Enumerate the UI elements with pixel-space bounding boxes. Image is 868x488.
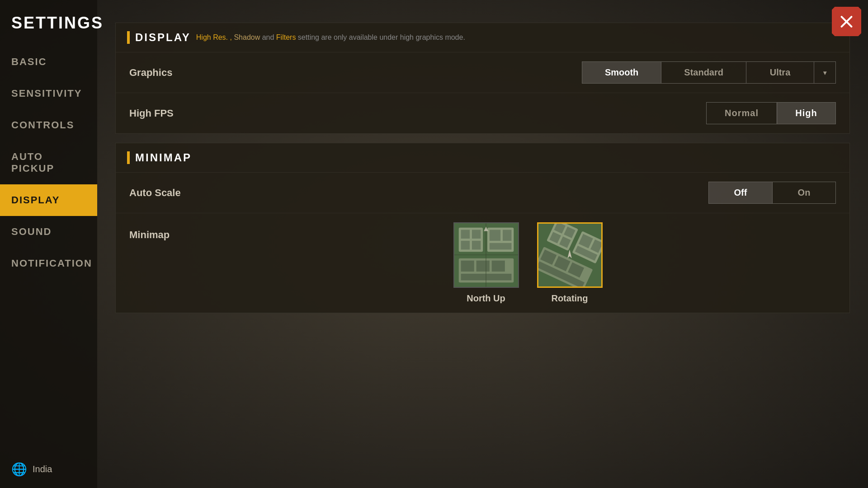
graphics-standard-button[interactable]: Standard (661, 62, 746, 83)
graphics-label: Graphics (129, 67, 582, 79)
subtitle-and: and (262, 33, 276, 41)
region-selector[interactable]: 🌐 India (0, 450, 97, 488)
minimap-section-accent (127, 151, 130, 164)
sidebar-item-sensitivity[interactable]: SENSITIVITY (0, 78, 97, 109)
subtitle-suffix: setting are only available under high gr… (298, 33, 465, 41)
minimap-section: MINIMAP Auto Scale Off On Minimap (115, 143, 850, 313)
graphics-smooth-button[interactable]: Smooth (582, 62, 661, 83)
svg-rect-7 (489, 230, 500, 241)
minimap-section-title: MINIMAP (135, 151, 192, 164)
svg-rect-3 (472, 230, 480, 239)
auto-scale-toggle-group: Off On (708, 182, 836, 204)
sidebar-item-display[interactable]: DISPLAY (0, 184, 97, 216)
graphics-row: Graphics Smooth Standard Ultra ▾ (116, 52, 849, 93)
sidebar: SETTINGS BASIC SENSITIVITY CONTROLS AUTO… (0, 0, 97, 488)
region-label: India (33, 464, 52, 474)
north-up-map-svg (454, 223, 518, 287)
subtitle-filters: Filters (276, 33, 296, 41)
close-button[interactable] (832, 7, 861, 36)
sidebar-item-sound[interactable]: SOUND (0, 216, 97, 248)
main-content: DISPLAY High Res. , Shadow and Filters s… (97, 0, 868, 488)
high-fps-row: High FPS Normal High (116, 93, 849, 133)
minimap-type-row: Minimap (116, 213, 849, 313)
high-fps-label: High FPS (129, 108, 706, 119)
graphics-dropdown-button[interactable]: ▾ (814, 62, 835, 83)
rotating-map-svg (538, 224, 601, 286)
section-accent (127, 31, 130, 44)
fps-normal-button[interactable]: Normal (707, 103, 777, 124)
sidebar-item-auto-pickup[interactable]: AUTO PICKUP (0, 141, 97, 184)
globe-icon: 🌐 (11, 462, 27, 477)
auto-scale-label: Auto Scale (129, 187, 708, 199)
minimap-rotating-option[interactable]: Rotating (537, 222, 603, 304)
svg-rect-12 (476, 261, 489, 272)
svg-rect-4 (461, 241, 469, 249)
minimap-section-header: MINIMAP (116, 143, 849, 173)
minimap-north-up-thumbnail (453, 222, 519, 288)
sidebar-nav: BASIC SENSITIVITY CONTROLS AUTO PICKUP D… (0, 46, 97, 279)
subtitle-high-res: High Res. , (196, 33, 232, 41)
svg-rect-13 (491, 261, 505, 272)
svg-rect-2 (461, 230, 469, 239)
sidebar-item-basic[interactable]: BASIC (0, 46, 97, 78)
north-up-label: North Up (467, 293, 505, 304)
minimap-type-label: Minimap (129, 222, 220, 241)
fps-high-button[interactable]: High (777, 103, 835, 124)
page-title: SETTINGS (0, 5, 97, 46)
svg-rect-5 (472, 241, 480, 249)
chevron-down-icon: ▾ (823, 69, 826, 76)
graphics-toggle-group: Smooth Standard Ultra ▾ (582, 61, 836, 84)
minimap-rotating-thumbnail (537, 222, 603, 288)
display-section: DISPLAY High Res. , Shadow and Filters s… (115, 23, 850, 134)
sidebar-item-controls[interactable]: CONTROLS (0, 109, 97, 141)
auto-scale-off-button[interactable]: Off (709, 182, 772, 203)
svg-rect-8 (502, 230, 511, 241)
svg-rect-11 (461, 261, 474, 272)
minimap-north-up-option[interactable]: North Up (453, 222, 519, 304)
subtitle-shadow: Shadow (234, 33, 260, 41)
graphics-ultra-button[interactable]: Ultra (746, 62, 814, 83)
auto-scale-row: Auto Scale Off On (116, 173, 849, 213)
auto-scale-on-button[interactable]: On (772, 182, 835, 203)
minimap-options: North Up (220, 222, 836, 304)
display-section-subtitle: High Res. , Shadow and Filters setting a… (196, 33, 465, 42)
rotating-label: Rotating (551, 293, 588, 304)
svg-rect-9 (489, 243, 511, 250)
display-section-title: DISPLAY (135, 31, 191, 44)
sidebar-item-notification[interactable]: NOTIFICATION (0, 248, 97, 279)
high-fps-toggle-group: Normal High (706, 102, 836, 124)
display-section-header: DISPLAY High Res. , Shadow and Filters s… (116, 23, 849, 52)
